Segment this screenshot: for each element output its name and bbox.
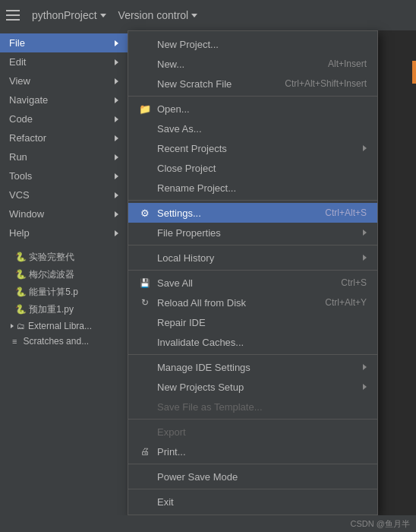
divider-5: [128, 354, 377, 355]
sidebar-item-refactor[interactable]: Refactor: [0, 128, 128, 147]
project-name[interactable]: pythonProject: [32, 9, 106, 21]
menu-item-manage-ide[interactable]: Manage IDE Settings: [128, 357, 377, 377]
repair-ide-icon: [139, 316, 151, 328]
divider-6: [128, 419, 377, 420]
divider-3: [128, 245, 377, 245]
version-control-chevron-icon: [191, 14, 197, 17]
menu-item-new-scratch[interactable]: New Scratch File Ctrl+Alt+Shift+Insert: [128, 74, 377, 93]
manage-ide-icon: [139, 361, 151, 373]
sidebar-item-file[interactable]: File: [0, 33, 128, 52]
code-arrow-icon: [115, 116, 118, 122]
project-chevron-icon: [100, 14, 106, 17]
menu-item-recent-projects[interactable]: Recent Projects: [128, 138, 377, 158]
new-scratch-icon: [139, 78, 151, 90]
export-icon: [139, 426, 151, 438]
manage-ide-arrow-icon: [363, 364, 367, 370]
version-control[interactable]: Version control: [118, 9, 198, 21]
bottom-bar-label: CSDN @鱼月半: [351, 518, 410, 530]
sidebar-item-vcs[interactable]: VCS: [0, 185, 128, 204]
sidebar-item-code[interactable]: Code: [0, 109, 128, 128]
tree-item-1[interactable]: 🐍 实验完整代: [0, 249, 128, 266]
menu-item-save-as[interactable]: Save As...: [128, 119, 377, 138]
new-project-icon: [139, 38, 151, 50]
view-arrow-icon: [115, 78, 118, 84]
invalidate-caches-icon: [139, 336, 151, 348]
window-arrow-icon: [115, 211, 118, 217]
save-all-icon: 💾: [139, 277, 151, 289]
new-projects-setup-arrow-icon: [363, 384, 367, 390]
file-tree: 🐍 实验完整代 🐍 梅尔滤波器 🐍 能量计算5.p 🐍 预加重1.py 🗂 Ex…: [0, 242, 128, 355]
file-dropdown-menu: New Project... New... Alt+Insert New Scr…: [128, 30, 378, 515]
menu-item-settings[interactable]: ⚙ Settings... Ctrl+Alt+S: [128, 203, 377, 223]
tree-scratches[interactable]: ≡ Scratches and...: [0, 334, 128, 349]
divider-1: [128, 96, 377, 97]
divider-4: [128, 270, 377, 271]
menu-item-save-all[interactable]: 💾 Save All Ctrl+S: [128, 273, 377, 293]
menu-item-rename-project[interactable]: Rename Project...: [128, 178, 377, 198]
sidebar-item-view[interactable]: View: [0, 71, 128, 90]
tools-arrow-icon: [115, 173, 118, 179]
bottom-bar: CSDN @鱼月半: [0, 515, 416, 532]
menu-item-save-as-template: Save File as Template...: [128, 397, 377, 416]
project-name-label: pythonProject: [32, 9, 97, 21]
top-bar: pythonProject Version control: [0, 0, 416, 30]
sidebar-item-run[interactable]: Run: [0, 147, 128, 166]
local-history-icon: [139, 252, 151, 264]
sidebar-item-tools[interactable]: Tools: [0, 166, 128, 185]
rename-project-icon: [139, 182, 151, 194]
sidebar-item-window[interactable]: Window: [0, 204, 128, 223]
hamburger-menu[interactable]: [6, 10, 20, 21]
tree-item-4[interactable]: 🐍 预加重1.py: [0, 301, 128, 318]
save-as-template-icon: [139, 401, 151, 413]
menu-item-invalidate-caches[interactable]: Invalidate Caches...: [128, 332, 377, 352]
divider-7: [128, 464, 377, 464]
menu-item-open[interactable]: 📁 Open...: [128, 99, 377, 119]
tree-item-2[interactable]: 🐍 梅尔滤波器: [0, 266, 128, 283]
file-arrow-icon: [115, 40, 118, 46]
version-control-label: Version control: [118, 9, 189, 21]
divider-8: [128, 489, 377, 489]
new-icon: [139, 58, 151, 70]
help-arrow-icon: [115, 230, 118, 236]
external-libraries-label: External Libra...: [28, 321, 92, 331]
open-folder-icon: 📁: [139, 103, 151, 115]
menu-item-file-properties[interactable]: File Properties: [128, 223, 377, 242]
menu-item-exit[interactable]: Exit: [128, 492, 377, 511]
sidebar-item-edit[interactable]: Edit: [0, 52, 128, 71]
recent-projects-arrow-icon: [363, 145, 367, 151]
external-libraries-arrow-icon: [11, 324, 14, 328]
file-properties-arrow-icon: [363, 230, 367, 236]
local-history-arrow-icon: [363, 255, 367, 261]
divider-2: [128, 200, 377, 201]
new-projects-setup-icon: [139, 381, 151, 393]
menu-item-export: Export: [128, 422, 377, 442]
tree-external-libraries[interactable]: 🗂 External Libra...: [0, 318, 128, 334]
scratches-label: Scratches and...: [23, 336, 89, 347]
power-save-icon: [139, 470, 151, 483]
menu-item-reload-disk[interactable]: ↻ Reload All from Disk Ctrl+Alt+Y: [128, 293, 377, 312]
menu-item-new-project[interactable]: New Project...: [128, 34, 377, 54]
vcs-arrow-icon: [115, 192, 118, 198]
run-arrow-icon: [115, 154, 118, 160]
sidebar-item-navigate[interactable]: Navigate: [0, 90, 128, 109]
sidebar-menu: File Edit View Navigate Code Refactor Ru…: [0, 30, 128, 532]
tree-item-3[interactable]: 🐍 能量计算5.p: [0, 283, 128, 301]
main-area: File Edit View Navigate Code Refactor Ru…: [0, 30, 416, 532]
orange-accent: [412, 61, 416, 84]
menu-item-close-project[interactable]: Close Project: [128, 158, 377, 178]
menu-item-print[interactable]: 🖨 Print...: [128, 442, 377, 461]
save-as-icon: [139, 122, 151, 135]
print-icon: 🖨: [139, 445, 151, 458]
reload-icon: ↻: [139, 296, 151, 309]
menu-item-new[interactable]: New... Alt+Insert: [128, 54, 377, 74]
settings-gear-icon: ⚙: [139, 207, 151, 219]
edit-arrow-icon: [115, 59, 118, 65]
sidebar-item-help[interactable]: Help: [0, 223, 128, 242]
file-properties-icon: [139, 226, 151, 239]
exit-icon: [139, 496, 151, 508]
menu-item-repair-ide[interactable]: Repair IDE: [128, 312, 377, 332]
navigate-arrow-icon: [115, 97, 118, 103]
menu-item-power-save[interactable]: Power Save Mode: [128, 467, 377, 486]
menu-item-local-history[interactable]: Local History: [128, 248, 377, 268]
menu-item-new-projects-setup[interactable]: New Projects Setup: [128, 377, 377, 397]
